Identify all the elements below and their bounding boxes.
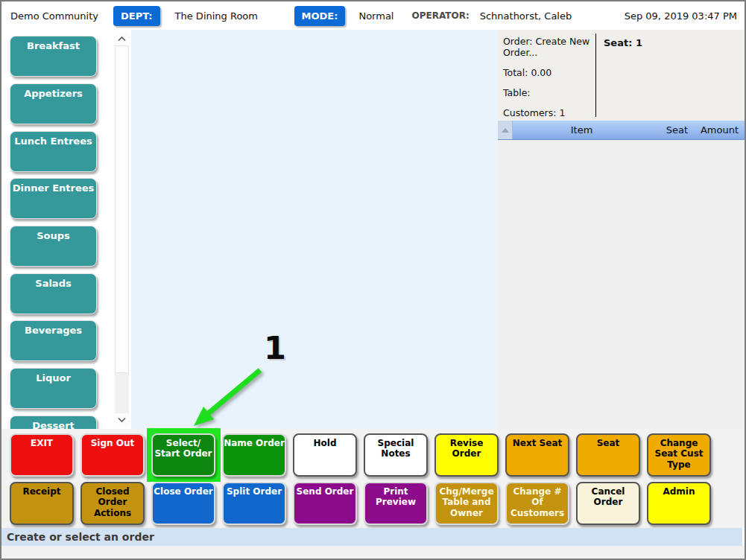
scroll-up-icon[interactable] (115, 33, 129, 45)
info-divider (595, 34, 596, 117)
revise-order-button[interactable]: Revise Order (434, 433, 499, 477)
order-table-text: Table: (503, 87, 595, 98)
sign-out-button[interactable]: Sign Out (80, 433, 145, 477)
order-canvas (131, 30, 498, 429)
order-total-text: Total: 0.00 (503, 67, 595, 78)
category-button-breakfast[interactable]: Breakfast (10, 36, 97, 77)
category-button-salads[interactable]: Salads (10, 273, 97, 314)
operator-label: OPERATOR: (411, 10, 469, 21)
admin-button[interactable]: Admin (647, 482, 711, 525)
category-button-lunch-entrees[interactable]: Lunch Entrees (10, 131, 97, 172)
category-button-dinner-entrees[interactable]: Dinner Entrees (10, 178, 97, 219)
current-seat-text: Seat: 1 (604, 37, 642, 48)
send-order-button[interactable]: Send Order (293, 482, 357, 525)
category-button-soups[interactable]: Soups (10, 226, 97, 267)
column-header-amount[interactable]: Amount (688, 124, 745, 136)
order-customers-text: Customers: 1 (503, 107, 595, 118)
category-button-beverages[interactable]: Beverages (10, 320, 97, 361)
receipt-button[interactable]: Receipt (10, 482, 74, 525)
operator-name: Schnathorst, Caleb (480, 10, 572, 22)
dept-value: The Dining Room (175, 10, 279, 22)
category-button-appetizers[interactable]: Appetizers (10, 83, 97, 124)
status-message: Create or select an order (7, 531, 154, 543)
top-bar: Demo Community DEPT: The Dining Room MOD… (1, 1, 745, 30)
status-bar: Create or select an order (1, 528, 742, 546)
dept-badge[interactable]: DEPT: (113, 6, 160, 26)
change-num-customers-button[interactable]: Change # Of Customers (505, 482, 569, 525)
mode-badge[interactable]: MODE: (294, 6, 346, 26)
order-name-text: Order: Create New Order... (503, 36, 595, 58)
category-sidebar: Breakfast Appetizers Lunch Entrees Dinne… (1, 30, 131, 429)
cancel-order-button[interactable]: Cancel Order (576, 482, 640, 525)
print-preview-button[interactable]: Print Preview (364, 482, 428, 525)
column-header-seat[interactable]: Seat (651, 124, 688, 136)
community-name: Demo Community (10, 10, 98, 22)
name-order-button[interactable]: Name Order (222, 433, 286, 477)
mode-value: Normal (358, 10, 393, 22)
category-button-liquor[interactable]: Liquor (10, 368, 97, 409)
order-panel: Order: Create New Order... Total: 0.00 T… (498, 30, 745, 429)
exit-button[interactable]: EXIT (10, 433, 74, 477)
datetime-display: Sep 09, 2019 03:47 PM (625, 10, 737, 22)
sidebar-scrollbar[interactable] (115, 33, 129, 426)
bottom-strip (1, 546, 745, 559)
next-seat-button[interactable]: Next Seat (505, 433, 569, 477)
action-button-grid: Select/ Start Order EXIT Sign Out Name O… (1, 429, 745, 528)
split-order-button[interactable]: Split Order (222, 482, 286, 525)
hold-button[interactable]: Hold (293, 433, 357, 477)
close-order-button[interactable]: Close Order (151, 482, 215, 525)
order-info: Order: Create New Order... Total: 0.00 T… (498, 30, 745, 121)
sort-asc-icon (502, 128, 509, 133)
scrollbar-thumb[interactable] (115, 45, 129, 373)
step-number-label: 1 (264, 329, 286, 366)
chg-merge-table-owner-button[interactable]: Chg/Merge Table and Owner (434, 482, 499, 525)
special-notes-button[interactable]: Special Notes (364, 433, 428, 477)
scroll-down-icon[interactable] (115, 413, 129, 426)
closed-order-actions-button[interactable]: Closed Order Actions (80, 482, 145, 525)
change-seat-cust-type-button[interactable]: Change Seat Cust Type (647, 433, 711, 477)
seat-button[interactable]: Seat (576, 433, 640, 477)
order-items-list (498, 140, 745, 429)
pos-window: Demo Community DEPT: The Dining Room MOD… (0, 0, 746, 560)
